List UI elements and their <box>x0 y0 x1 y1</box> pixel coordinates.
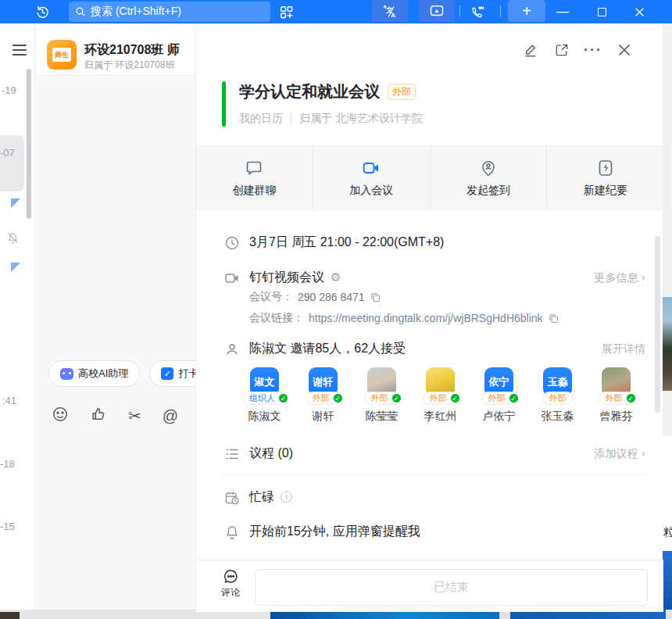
titlebar-divider <box>500 5 501 17</box>
panel-footer: 评论 已结束 <box>196 560 663 612</box>
subtitle-divider <box>291 114 291 124</box>
more-info-link[interactable]: 更多信息 › <box>595 271 646 285</box>
close-window-button[interactable] <box>630 2 649 21</box>
window-titlebar: 搜索 (Ctrl+Shift+F) 文 A <box>0 0 672 23</box>
join-meeting-button[interactable]: 加入会议 <box>313 145 430 211</box>
copy-icon[interactable] <box>370 292 381 303</box>
unread-corner-marker <box>11 199 20 208</box>
start-checkin-button[interactable]: 发起签到 <box>430 145 547 211</box>
chat-list-timestamp: -19 <box>2 84 16 96</box>
attendee-name: 陈莹莹 <box>366 410 399 424</box>
panel-scrollbar[interactable] <box>655 236 660 413</box>
chat-list-scrollbar[interactable] <box>27 69 31 219</box>
meeting-id-row: 会议号： 290 286 8471 <box>249 290 381 304</box>
search-icon <box>75 6 86 17</box>
search-input[interactable]: 搜索 (Ctrl+Shift+F) <box>69 2 270 22</box>
attendee-item[interactable]: 谢轩 外部 ✓ 谢轩 <box>294 367 352 424</box>
action-label: 创建群聊 <box>232 184 276 198</box>
calendar-color-bar <box>222 81 226 127</box>
attendee-name: 张玉淼 <box>542 410 574 424</box>
emoji-icon[interactable] <box>52 406 69 426</box>
action-label: 新建纪要 <box>584 184 627 198</box>
attendee-item[interactable]: 外部 ✓ 陈莹莹 <box>352 367 411 424</box>
chat-window: -19 -07 :41 -18 -15 师生 环设210708班 师 归属于 环… <box>0 23 195 610</box>
check-in-icon: ✓ <box>161 367 173 380</box>
panel-header-actions: ··· <box>522 41 633 59</box>
more-options-icon[interactable]: ··· <box>584 41 602 59</box>
thumbs-up-icon[interactable] <box>90 406 107 426</box>
background-artifact <box>666 610 672 619</box>
busy-status: 忙碌i <box>249 489 292 506</box>
attendee-role-badge: 外部 ✓ <box>481 392 517 405</box>
meeting-id-value: 290 286 8471 <box>298 291 365 303</box>
attendee-item[interactable]: 淑文 组织人 ✓ 陈淑文 <box>235 367 294 424</box>
attendee-item[interactable]: 玉淼 外部 ✓ 张玉淼 <box>528 367 587 424</box>
comment-button[interactable]: 评论 <box>216 568 245 599</box>
apps-grid-icon[interactable] <box>277 2 295 21</box>
attendee-item[interactable]: 依宁 外部 ✓ 卢依宁 <box>470 367 528 424</box>
attendee-role-badge: 外部 ✓ <box>364 392 400 405</box>
edit-icon[interactable] <box>522 41 539 59</box>
gear-icon[interactable]: ⚙ <box>331 270 341 284</box>
copy-icon[interactable] <box>548 313 559 324</box>
chat-toolbar: ✂ @ <box>52 406 178 426</box>
video-camera-icon <box>362 159 381 177</box>
quick-action-chips: 高校AI助理 ✓ 打卡 <box>48 360 210 387</box>
calendar-owner: 归属于 北海艺术设计学院 <box>299 112 423 126</box>
attendee-item[interactable]: 外部 ✓ 曾雅芬 <box>587 367 645 424</box>
history-icon[interactable] <box>33 2 52 21</box>
attendee-role-badge: 外部 ✓ <box>423 392 459 405</box>
scissors-icon[interactable]: ✂ <box>128 406 141 425</box>
attendee-role-badge: 外部 ✓ <box>599 392 634 405</box>
accepted-check-icon: ✓ <box>278 393 288 403</box>
chip-label: 高校AI助理 <box>78 367 128 381</box>
minimize-button[interactable]: — <box>553 2 572 21</box>
bell-muted-icon <box>6 231 20 248</box>
info-icon[interactable]: i <box>281 491 292 503</box>
accepted-check-icon: ✓ <box>333 393 343 403</box>
event-action-bar: 创建群聊 加入会议 发起签到 新建纪要 <box>196 145 663 211</box>
event-title: 学分认定和就业会议 <box>239 81 380 102</box>
attendee-name: 陈淑文 <box>248 410 281 424</box>
menu-hamburger-icon[interactable] <box>13 45 27 55</box>
busy-calendar-icon <box>224 490 240 506</box>
accepted-check-icon: ✓ <box>509 393 519 403</box>
agenda-list-icon <box>224 446 240 462</box>
phone-call-icon[interactable] <box>467 2 486 21</box>
chevron-right-icon: › <box>641 271 645 284</box>
minutes-doc-icon <box>596 159 615 177</box>
action-label: 加入会议 <box>349 184 393 198</box>
clock-icon <box>224 235 240 251</box>
ai-assistant-chip[interactable]: 高校AI助理 <box>48 360 140 387</box>
expand-details-link[interactable]: 展开详情 <box>602 342 645 356</box>
search-placeholder: 搜索 (Ctrl+Shift+F) <box>91 5 181 19</box>
close-panel-icon[interactable] <box>616 41 633 59</box>
attendee-role-badge: 组织人 ✓ <box>242 392 287 405</box>
add-agenda-link[interactable]: 添加议程 › <box>595 447 646 461</box>
meeting-link-url[interactable]: https://meeting.dingtalk.com/j/wjBRSgHdH… <box>309 312 543 324</box>
event-status-button: 已结束 <box>255 569 648 606</box>
ai-translate-button[interactable]: 文 A <box>372 0 408 22</box>
dingtalk-window: 搜索 (Ctrl+Shift+F) 文 A <box>0 0 672 619</box>
chat-list-timestamp: -07 <box>0 147 15 159</box>
action-label: 发起签到 <box>466 184 510 198</box>
attendee-item[interactable]: 外部 ✓ 李红州 <box>411 367 470 424</box>
accepted-check-icon: ✓ <box>391 393 402 403</box>
group-avatar[interactable]: 师生 <box>47 40 77 70</box>
attendee-name: 李红州 <box>424 410 457 424</box>
external-badge: 外部 <box>388 84 416 100</box>
maximize-button[interactable] <box>592 2 611 21</box>
screen-share-button[interactable] <box>419 0 455 22</box>
new-plus-button[interactable]: + <box>508 0 545 22</box>
attendee-name: 曾雅芬 <box>600 410 633 424</box>
background-window-edge: 粒 <box>663 23 672 619</box>
chat-list-selected-item[interactable] <box>0 135 24 191</box>
new-minutes-button[interactable]: 新建纪要 <box>546 145 663 211</box>
open-external-icon[interactable] <box>553 41 570 59</box>
svg-text:A: A <box>391 12 395 19</box>
create-group-chat-button[interactable]: 创建群聊 <box>196 145 313 211</box>
mention-at-icon[interactable]: @ <box>163 407 178 425</box>
attendee-summary: 陈淑文 邀请85人，62人接受 <box>249 341 406 357</box>
calendar-name: 我的日历 <box>239 112 283 126</box>
titlebar-divider <box>459 5 460 17</box>
